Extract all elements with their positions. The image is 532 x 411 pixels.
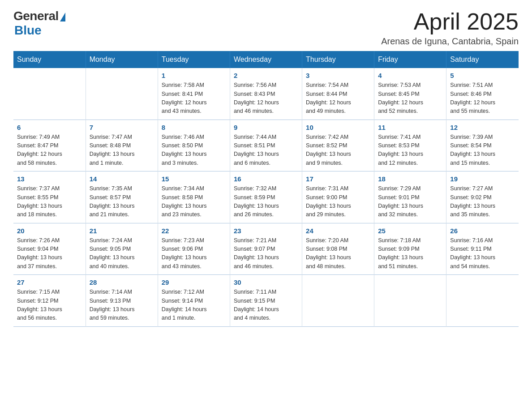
calendar-cell: 8Sunrise: 7:46 AM Sunset: 8:50 PM Daylig…: [158, 120, 230, 171]
day-number: 3: [306, 72, 370, 79]
calendar-week-row: 1Sunrise: 7:58 AM Sunset: 8:41 PM Daylig…: [13, 68, 519, 120]
day-info: Sunrise: 7:39 AM Sunset: 8:54 PM Dayligh…: [450, 133, 515, 168]
day-info: Sunrise: 7:34 AM Sunset: 8:58 PM Dayligh…: [162, 184, 226, 219]
day-info: Sunrise: 7:53 AM Sunset: 8:45 PM Dayligh…: [378, 81, 442, 116]
day-info: Sunrise: 7:16 AM Sunset: 9:11 PM Dayligh…: [450, 236, 515, 271]
day-info: Sunrise: 7:46 AM Sunset: 8:50 PM Dayligh…: [162, 133, 226, 168]
calendar-week-row: 27Sunrise: 7:15 AM Sunset: 9:12 PM Dayli…: [13, 275, 519, 327]
day-number: 25: [378, 227, 442, 235]
day-info: Sunrise: 7:32 AM Sunset: 8:59 PM Dayligh…: [234, 184, 298, 219]
day-number: 6: [17, 124, 82, 131]
logo: General Blue: [13, 9, 65, 38]
day-info: Sunrise: 7:26 AM Sunset: 9:04 PM Dayligh…: [17, 236, 82, 271]
calendar-cell: [86, 68, 158, 120]
calendar-cell: [446, 275, 519, 327]
day-number: 1: [162, 72, 226, 79]
calendar-cell: [374, 275, 446, 327]
calendar-cell: 3Sunrise: 7:54 AM Sunset: 8:44 PM Daylig…: [302, 68, 374, 120]
calendar-cell: 29Sunrise: 7:12 AM Sunset: 9:14 PM Dayli…: [158, 275, 230, 327]
calendar-cell: 22Sunrise: 7:23 AM Sunset: 9:06 PM Dayli…: [158, 223, 230, 275]
day-number: 13: [17, 175, 82, 183]
day-number: 26: [450, 227, 515, 235]
day-number: 28: [90, 278, 154, 286]
calendar-week-row: 6Sunrise: 7:49 AM Sunset: 8:47 PM Daylig…: [13, 120, 519, 171]
day-info: Sunrise: 7:18 AM Sunset: 9:09 PM Dayligh…: [378, 236, 442, 271]
calendar-cell: 23Sunrise: 7:21 AM Sunset: 9:07 PM Dayli…: [230, 223, 302, 275]
day-number: 5: [450, 72, 515, 79]
day-info: Sunrise: 7:58 AM Sunset: 8:41 PM Dayligh…: [162, 81, 226, 116]
day-number: 7: [90, 124, 154, 131]
day-info: Sunrise: 7:15 AM Sunset: 9:12 PM Dayligh…: [17, 288, 82, 323]
day-info: Sunrise: 7:31 AM Sunset: 9:00 PM Dayligh…: [306, 184, 370, 219]
header: General Blue April 2025 Arenas de Iguna,…: [13, 9, 519, 47]
day-of-week-header: Saturday: [446, 51, 519, 68]
calendar-cell: 11Sunrise: 7:41 AM Sunset: 8:53 PM Dayli…: [374, 120, 446, 171]
day-info: Sunrise: 7:37 AM Sunset: 8:55 PM Dayligh…: [17, 184, 82, 219]
day-number: 29: [162, 278, 226, 286]
day-of-week-header: Monday: [86, 51, 158, 68]
calendar-cell: 26Sunrise: 7:16 AM Sunset: 9:11 PM Dayli…: [446, 223, 519, 275]
calendar-table: SundayMondayTuesdayWednesdayThursdayFrid…: [13, 51, 519, 327]
day-number: 27: [17, 278, 82, 286]
day-info: Sunrise: 7:29 AM Sunset: 9:01 PM Dayligh…: [378, 184, 442, 219]
calendar-cell: 28Sunrise: 7:14 AM Sunset: 9:13 PM Dayli…: [86, 275, 158, 327]
calendar-cell: 19Sunrise: 7:27 AM Sunset: 9:02 PM Dayli…: [446, 171, 519, 223]
day-number: 17: [306, 175, 370, 183]
calendar-cell: 9Sunrise: 7:44 AM Sunset: 8:51 PM Daylig…: [230, 120, 302, 171]
calendar-body: 1Sunrise: 7:58 AM Sunset: 8:41 PM Daylig…: [13, 68, 519, 326]
calendar-cell: 30Sunrise: 7:11 AM Sunset: 9:15 PM Dayli…: [230, 275, 302, 327]
day-info: Sunrise: 7:49 AM Sunset: 8:47 PM Dayligh…: [17, 133, 82, 168]
calendar-week-row: 20Sunrise: 7:26 AM Sunset: 9:04 PM Dayli…: [13, 223, 519, 275]
day-info: Sunrise: 7:11 AM Sunset: 9:15 PM Dayligh…: [234, 288, 298, 323]
calendar-cell: 21Sunrise: 7:24 AM Sunset: 9:05 PM Dayli…: [86, 223, 158, 275]
calendar-cell: 13Sunrise: 7:37 AM Sunset: 8:55 PM Dayli…: [13, 171, 86, 223]
day-info: Sunrise: 7:56 AM Sunset: 8:43 PM Dayligh…: [234, 81, 298, 116]
calendar-cell: 16Sunrise: 7:32 AM Sunset: 8:59 PM Dayli…: [230, 171, 302, 223]
day-of-week-header: Wednesday: [230, 51, 302, 68]
days-of-week-row: SundayMondayTuesdayWednesdayThursdayFrid…: [13, 51, 519, 68]
calendar-cell: 12Sunrise: 7:39 AM Sunset: 8:54 PM Dayli…: [446, 120, 519, 171]
day-of-week-header: Thursday: [302, 51, 374, 68]
calendar-cell: 6Sunrise: 7:49 AM Sunset: 8:47 PM Daylig…: [13, 120, 86, 171]
calendar-cell: 25Sunrise: 7:18 AM Sunset: 9:09 PM Dayli…: [374, 223, 446, 275]
calendar-week-row: 13Sunrise: 7:37 AM Sunset: 8:55 PM Dayli…: [13, 171, 519, 223]
calendar-cell: 1Sunrise: 7:58 AM Sunset: 8:41 PM Daylig…: [158, 68, 230, 120]
day-of-week-header: Sunday: [13, 51, 86, 68]
calendar-subtitle: Arenas de Iguna, Cantabria, Spain: [381, 36, 519, 47]
day-info: Sunrise: 7:20 AM Sunset: 9:08 PM Dayligh…: [306, 236, 370, 271]
day-number: 20: [17, 227, 82, 235]
day-info: Sunrise: 7:51 AM Sunset: 8:46 PM Dayligh…: [450, 81, 515, 116]
day-info: Sunrise: 7:21 AM Sunset: 9:07 PM Dayligh…: [234, 236, 298, 271]
day-number: 15: [162, 175, 226, 183]
day-number: 30: [234, 278, 298, 286]
logo-general-text: General: [13, 9, 59, 23]
calendar-cell: [302, 275, 374, 327]
day-info: Sunrise: 7:27 AM Sunset: 9:02 PM Dayligh…: [450, 184, 515, 219]
calendar-cell: 5Sunrise: 7:51 AM Sunset: 8:46 PM Daylig…: [446, 68, 519, 120]
day-info: Sunrise: 7:47 AM Sunset: 8:48 PM Dayligh…: [90, 133, 154, 168]
day-of-week-header: Tuesday: [158, 51, 230, 68]
day-info: Sunrise: 7:23 AM Sunset: 9:06 PM Dayligh…: [162, 236, 226, 271]
day-info: Sunrise: 7:12 AM Sunset: 9:14 PM Dayligh…: [162, 288, 226, 323]
day-number: 12: [450, 124, 515, 131]
day-info: Sunrise: 7:24 AM Sunset: 9:05 PM Dayligh…: [90, 236, 154, 271]
day-info: Sunrise: 7:54 AM Sunset: 8:44 PM Dayligh…: [306, 81, 370, 116]
day-number: 18: [378, 175, 442, 183]
day-number: 23: [234, 227, 298, 235]
day-info: Sunrise: 7:44 AM Sunset: 8:51 PM Dayligh…: [234, 133, 298, 168]
day-number: 14: [90, 175, 154, 183]
calendar-cell: 14Sunrise: 7:35 AM Sunset: 8:57 PM Dayli…: [86, 171, 158, 223]
day-number: 4: [378, 72, 442, 79]
calendar-cell: 4Sunrise: 7:53 AM Sunset: 8:45 PM Daylig…: [374, 68, 446, 120]
day-of-week-header: Friday: [374, 51, 446, 68]
calendar-cell: 20Sunrise: 7:26 AM Sunset: 9:04 PM Dayli…: [13, 223, 86, 275]
calendar-cell: 17Sunrise: 7:31 AM Sunset: 9:00 PM Dayli…: [302, 171, 374, 223]
day-number: 16: [234, 175, 298, 183]
calendar-cell: 2Sunrise: 7:56 AM Sunset: 8:43 PM Daylig…: [230, 68, 302, 120]
calendar-cell: [13, 68, 86, 120]
day-number: 21: [90, 227, 154, 235]
calendar-cell: 7Sunrise: 7:47 AM Sunset: 8:48 PM Daylig…: [86, 120, 158, 171]
day-info: Sunrise: 7:35 AM Sunset: 8:57 PM Dayligh…: [90, 184, 154, 219]
day-number: 9: [234, 124, 298, 131]
calendar-cell: 27Sunrise: 7:15 AM Sunset: 9:12 PM Dayli…: [13, 275, 86, 327]
